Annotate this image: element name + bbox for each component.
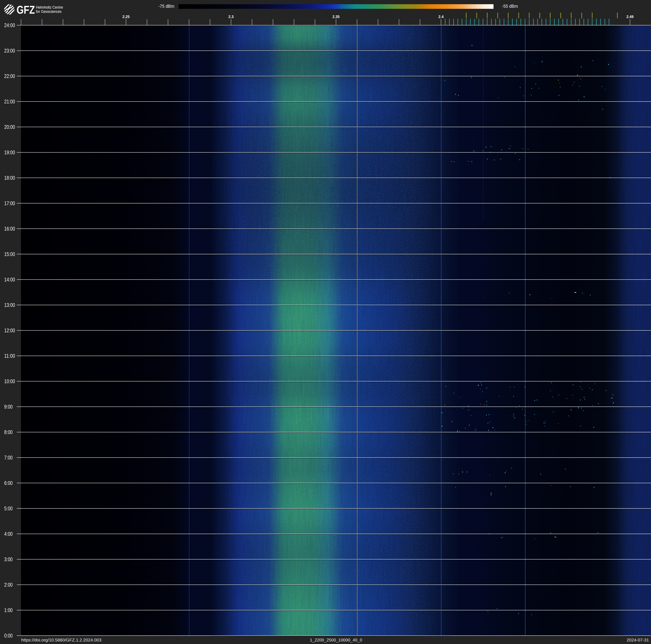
- svg-text:3:00: 3:00: [4, 556, 12, 562]
- svg-text:2.25: 2.25: [122, 14, 130, 19]
- svg-text:Helmholtz Centre: Helmholtz Centre: [36, 5, 63, 9]
- svg-text:7:00: 7:00: [4, 455, 12, 461]
- svg-text:14:00: 14:00: [4, 276, 15, 283]
- svg-text:-55 dBm: -55 dBm: [502, 4, 518, 9]
- svg-text:1_2200_2500_10000_40_0: 1_2200_2500_10000_40_0: [310, 638, 362, 643]
- svg-text:for Geosciences: for Geosciences: [36, 9, 62, 14]
- svg-text:23:00: 23:00: [4, 48, 15, 54]
- svg-text:GFZ: GFZ: [17, 4, 35, 16]
- svg-text:24:00: 24:00: [4, 22, 15, 28]
- svg-text:-75 dBm: -75 dBm: [158, 4, 174, 9]
- svg-text:19:00: 19:00: [4, 149, 15, 155]
- svg-text:17:00: 17:00: [4, 200, 15, 206]
- svg-text:22:00: 22:00: [4, 73, 15, 79]
- svg-text:1:00: 1:00: [4, 607, 12, 613]
- svg-text:2.49: 2.49: [626, 14, 633, 19]
- svg-text:15:00: 15:00: [4, 251, 15, 257]
- svg-text:2.4: 2.4: [438, 14, 444, 19]
- svg-text:0:00: 0:00: [4, 633, 12, 639]
- svg-text:4:00: 4:00: [4, 531, 12, 537]
- svg-text:2:00: 2:00: [4, 582, 12, 588]
- svg-text:18:00: 18:00: [4, 175, 15, 181]
- svg-text:21:00: 21:00: [4, 98, 15, 105]
- svg-text:9:00: 9:00: [4, 404, 12, 410]
- svg-text:6:00: 6:00: [4, 480, 12, 486]
- svg-text:16:00: 16:00: [4, 226, 15, 232]
- svg-text:5:00: 5:00: [4, 505, 12, 511]
- svg-text:2.3: 2.3: [228, 14, 234, 19]
- svg-text:8:00: 8:00: [4, 429, 12, 435]
- svg-text:20:00: 20:00: [4, 124, 15, 130]
- svg-text:10:00: 10:00: [4, 378, 15, 384]
- svg-text:11:00: 11:00: [4, 353, 15, 359]
- svg-text:2.35: 2.35: [333, 14, 340, 19]
- svg-text:https://doi.org/10.5880/GFZ.1.: https://doi.org/10.5880/GFZ.1.2.2024.003: [21, 638, 101, 642]
- svg-text:2024-07-31: 2024-07-31: [627, 638, 649, 642]
- svg-text:13:00: 13:00: [4, 302, 15, 308]
- svg-text:12:00: 12:00: [4, 327, 15, 333]
